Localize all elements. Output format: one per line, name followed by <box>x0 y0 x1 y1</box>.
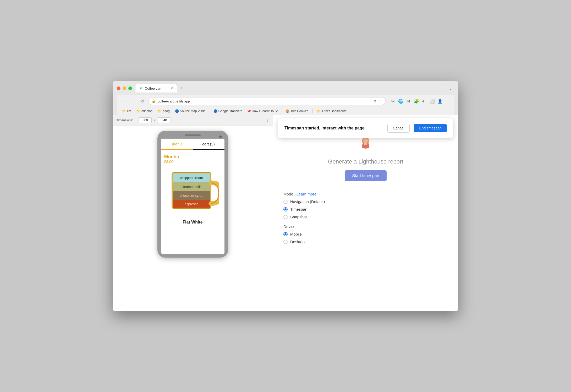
end-timespan-button[interactable]: End timespan <box>414 124 447 132</box>
bookmark-two-cookies[interactable]: 🍪 Two Cookies <box>283 108 311 114</box>
w-icon: W <box>248 109 251 113</box>
product-name: Mocha <box>164 154 221 160</box>
title-bar: ▼ Coffee cart ✕ + ⌄ ← → ↻ 🔒 coffee-cart.… <box>113 81 458 115</box>
bookmark-how-i-learnt[interactable]: W How I Learnt To St... <box>245 108 282 114</box>
mobile-label: Mobile <box>290 232 302 236</box>
phone-camera <box>219 135 222 138</box>
browser-window: ▼ Coffee cart ✕ + ⌄ ← → ↻ 🔒 coffee-cart.… <box>113 81 458 311</box>
folder-icon: 📁 <box>158 109 162 113</box>
phone-frame: menu cart (3) Mocha $8.00 <box>157 131 228 258</box>
bookmark-goog[interactable]: 📁 goog <box>156 108 172 114</box>
width-input[interactable] <box>139 117 152 123</box>
tab-favicon: ▼ <box>139 86 143 90</box>
phone-container: menu cart (3) Mocha $8.00 <box>113 126 273 311</box>
tab-close-button[interactable]: ✕ <box>171 86 173 90</box>
folder-icon: 📁 <box>122 109 126 113</box>
address-bar[interactable]: 🔒 coffee-cart.netlify.app ⬆ ☆ <box>148 97 386 105</box>
close-button[interactable] <box>117 86 120 90</box>
snapshot-radio[interactable] <box>283 215 288 219</box>
devtools-more-icon[interactable]: ⋮ <box>266 118 270 122</box>
navigation-label: Navigation (Default) <box>290 199 325 204</box>
translate-favicon-icon: 🔵 <box>213 109 217 113</box>
timespan-title: Timespan started, interact with the page <box>284 126 383 130</box>
cart-nav-item[interactable]: cart (3) <box>193 139 224 149</box>
refresh-button[interactable]: ↻ <box>139 97 146 105</box>
timespan-radio[interactable] <box>283 207 288 211</box>
svg-text:chocolate syrup: chocolate syrup <box>180 194 203 198</box>
browser-tab[interactable]: ▼ Coffee cart ✕ <box>135 84 177 92</box>
forward-button[interactable]: → <box>129 97 137 105</box>
learn-more-link[interactable]: Learn more <box>297 192 317 196</box>
translate-icon[interactable]: 🌐 <box>398 98 404 104</box>
url-display: coffee-cart.netlify.app <box>158 99 371 103</box>
mode-snapshot-option[interactable]: Snapshot <box>283 215 448 219</box>
bookmark-label: goog <box>163 109 170 113</box>
bookmarks-bar: 📁 cdt 📁 cdt blog 📁 goog 🔵 Source Map Vis… <box>117 107 454 115</box>
tab-menu-button[interactable]: ⌄ <box>447 85 454 91</box>
phone-speaker <box>185 134 201 136</box>
device-label-row: Device <box>283 224 448 229</box>
mobile-radio[interactable] <box>283 232 288 236</box>
device-label: Device <box>283 224 295 229</box>
mode-label-row: Mode Learn more <box>283 192 448 196</box>
start-timespan-button[interactable]: Start timespan <box>345 170 386 181</box>
cancel-button[interactable]: Cancel <box>387 124 410 133</box>
device-mobile-option[interactable]: Mobile <box>283 232 448 236</box>
svg-rect-13 <box>364 143 367 145</box>
globe-icon: 🔵 <box>175 109 179 113</box>
bookmark-cdt-blog[interactable]: 📁 cdt blog <box>134 108 155 114</box>
mode-label: Mode <box>283 192 293 196</box>
coffee-cup-svg: whipped cream steamed milk chocolate syr… <box>167 167 219 217</box>
bookmark-google-translate[interactable]: 🔵 Google Translate <box>211 108 244 114</box>
minimize-button[interactable] <box>123 86 126 90</box>
bookmark-icon[interactable]: ☆ <box>379 99 382 103</box>
dimensions-label: Dimensions: ... <box>116 118 136 122</box>
svg-text:espresso: espresso <box>184 202 198 206</box>
next-product-name: Flat White <box>164 220 221 225</box>
extensions-icon[interactable]: 🧩 <box>413 98 420 104</box>
bookmark-label: cdt blog <box>141 109 152 113</box>
sidebar-icon[interactable]: ⬜ <box>429 98 435 104</box>
mode-navigation-option[interactable]: Navigation (Default) <box>283 199 448 204</box>
mode-setting-group: Mode Learn more Navigation (Default) Tim… <box>283 192 448 219</box>
tag-icon[interactable]: 🏷 <box>421 98 427 104</box>
bookmark-separator <box>312 109 313 113</box>
desktop-radio[interactable] <box>283 240 288 244</box>
product-price: $8.00 <box>164 160 221 164</box>
cookie-icon: 🍪 <box>285 109 289 113</box>
bookmark-cdt[interactable]: 📁 cdt <box>120 108 133 114</box>
menu-nav-item[interactable]: menu <box>161 139 193 150</box>
new-tab-button[interactable]: + <box>178 85 185 92</box>
back-button[interactable]: ← <box>120 97 127 105</box>
devtools-toolbar: Dimensions: ... × ⋮ <box>113 115 273 126</box>
mode-timespan-option[interactable]: Timespan <box>283 207 448 211</box>
lighthouse-title: Generate a Lighthouse report <box>328 158 403 165</box>
tab-title: Coffee cart <box>145 86 161 90</box>
app-nav: menu cart (3) <box>161 139 224 150</box>
height-input[interactable] <box>158 117 171 123</box>
svg-text:whipped cream: whipped cream <box>180 176 203 180</box>
svg-point-12 <box>364 138 368 143</box>
scissors-icon[interactable]: ✂ <box>390 98 396 104</box>
svg-text:steamed milk: steamed milk <box>182 185 201 189</box>
notion-icon[interactable]: N <box>405 98 412 104</box>
snapshot-label: Snapshot <box>290 215 307 219</box>
bookmark-label: cdt <box>127 109 131 113</box>
lighthouse-icon <box>357 136 374 153</box>
maximize-button[interactable] <box>128 86 132 90</box>
share-icon: ⬆ <box>374 99 377 103</box>
device-setting-group: Device Mobile Desktop <box>283 224 448 244</box>
traffic-lights <box>117 86 132 90</box>
bookmark-source-map[interactable]: 🔵 Source Map Visua... <box>173 108 210 114</box>
bookmark-label: Other Bookmarks <box>322 109 346 113</box>
profile-icon[interactable]: 👤 <box>437 98 443 104</box>
navigation-radio[interactable] <box>283 200 288 204</box>
bookmark-label: Source Map Visua... <box>180 109 208 113</box>
desktop-label: Desktop <box>290 239 305 244</box>
bookmark-other[interactable]: 📁 Other Bookmarks <box>315 108 348 114</box>
device-desktop-option[interactable]: Desktop <box>283 239 448 244</box>
more-icon[interactable]: ⋮ <box>445 98 451 104</box>
bookmark-label: Google Translate <box>218 109 242 113</box>
coffee-cup-container: whipped cream steamed milk chocolate syr… <box>167 167 219 217</box>
product-section: Mocha $8.00 whipped cream <box>161 150 224 229</box>
